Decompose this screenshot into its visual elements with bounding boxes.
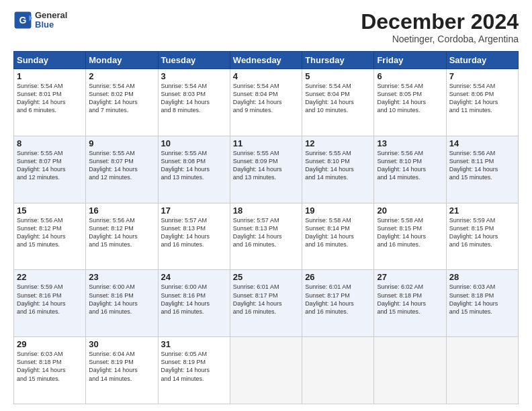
calendar-cell-day-9: 9Sunrise: 5:55 AM Sunset: 8:07 PM Daylig… [86,136,158,203]
header: G General Blue December 2024 Noetinger, … [13,11,519,44]
calendar-cell-day-30: 30Sunrise: 6:04 AM Sunset: 8:19 PM Dayli… [86,337,158,404]
calendar-cell-day-10: 10Sunrise: 5:55 AM Sunset: 8:08 PM Dayli… [158,136,230,203]
day-number: 31 [161,339,227,349]
day-info: Sunrise: 5:54 AM Sunset: 8:01 PM Dayligh… [17,82,83,115]
day-info: Sunrise: 6:01 AM Sunset: 8:17 PM Dayligh… [305,283,371,316]
day-info: Sunrise: 5:55 AM Sunset: 8:08 PM Dayligh… [161,149,227,182]
calendar-cell-day-22: 22Sunrise: 5:59 AM Sunset: 8:16 PM Dayli… [14,270,86,337]
calendar-week-5: 29Sunrise: 6:03 AM Sunset: 8:18 PM Dayli… [14,337,519,404]
day-info: Sunrise: 5:56 AM Sunset: 8:10 PM Dayligh… [377,149,443,182]
calendar-cell-empty [446,337,518,404]
day-number: 28 [449,272,515,282]
day-info: Sunrise: 5:54 AM Sunset: 8:02 PM Dayligh… [89,82,154,115]
calendar-header-tuesday: Tuesday [158,52,230,69]
calendar-week-4: 22Sunrise: 5:59 AM Sunset: 8:16 PM Dayli… [14,270,519,337]
calendar-cell-day-14: 14Sunrise: 5:56 AM Sunset: 8:11 PM Dayli… [446,136,518,203]
calendar-cell-day-23: 23Sunrise: 6:00 AM Sunset: 8:16 PM Dayli… [86,270,158,337]
calendar-cell-day-25: 25Sunrise: 6:01 AM Sunset: 8:17 PM Dayli… [230,270,302,337]
calendar-cell-day-11: 11Sunrise: 5:55 AM Sunset: 8:09 PM Dayli… [230,136,302,203]
day-number: 8 [17,138,83,148]
day-info: Sunrise: 6:01 AM Sunset: 8:17 PM Dayligh… [233,283,299,316]
calendar-cell-day-15: 15Sunrise: 5:56 AM Sunset: 8:12 PM Dayli… [14,203,86,270]
day-info: Sunrise: 5:56 AM Sunset: 8:12 PM Dayligh… [17,216,83,249]
calendar-header-wednesday: Wednesday [230,52,302,69]
calendar-cell-empty [374,337,446,404]
day-number: 9 [89,138,154,148]
calendar-cell-day-28: 28Sunrise: 6:03 AM Sunset: 8:18 PM Dayli… [446,270,518,337]
page: G General Blue December 2024 Noetinger, … [0,0,532,411]
calendar-header-sunday: Sunday [14,52,86,69]
day-number: 3 [161,71,227,81]
day-number: 24 [161,272,227,282]
day-info: Sunrise: 6:00 AM Sunset: 8:16 PM Dayligh… [161,283,227,316]
logo-general: General [35,11,67,20]
day-number: 18 [233,205,299,216]
day-info: Sunrise: 5:59 AM Sunset: 8:15 PM Dayligh… [449,216,515,249]
calendar-cell-day-24: 24Sunrise: 6:00 AM Sunset: 8:16 PM Dayli… [158,270,230,337]
calendar-cell-day-21: 21Sunrise: 5:59 AM Sunset: 8:15 PM Dayli… [446,203,518,270]
day-number: 19 [305,205,371,216]
day-info: Sunrise: 5:58 AM Sunset: 8:15 PM Dayligh… [377,216,443,249]
day-info: Sunrise: 5:54 AM Sunset: 8:04 PM Dayligh… [233,82,299,115]
day-number: 11 [233,138,299,148]
day-info: Sunrise: 6:05 AM Sunset: 8:19 PM Dayligh… [161,350,227,383]
calendar-cell-day-4: 4Sunrise: 5:54 AM Sunset: 8:04 PM Daylig… [230,69,302,136]
day-info: Sunrise: 5:57 AM Sunset: 8:13 PM Dayligh… [233,216,299,249]
day-info: Sunrise: 5:59 AM Sunset: 8:16 PM Dayligh… [17,283,83,316]
calendar-header-monday: Monday [86,52,158,69]
day-info: Sunrise: 5:58 AM Sunset: 8:14 PM Dayligh… [305,216,371,249]
calendar-cell-day-26: 26Sunrise: 6:01 AM Sunset: 8:17 PM Dayli… [302,270,374,337]
calendar-cell-day-1: 1Sunrise: 5:54 AM Sunset: 8:01 PM Daylig… [14,69,86,136]
day-number: 23 [89,272,154,282]
logo: G General Blue [13,11,67,30]
title-block: December 2024 Noetinger, Cordoba, Argent… [361,11,519,44]
day-number: 6 [377,71,443,81]
svg-text:G: G [19,15,27,26]
calendar-cell-day-7: 7Sunrise: 5:54 AM Sunset: 8:06 PM Daylig… [446,69,518,136]
day-info: Sunrise: 6:02 AM Sunset: 8:18 PM Dayligh… [377,283,443,316]
calendar-header-thursday: Thursday [302,52,374,69]
day-info: Sunrise: 5:55 AM Sunset: 8:10 PM Dayligh… [305,149,371,182]
calendar-cell-day-17: 17Sunrise: 5:57 AM Sunset: 8:13 PM Dayli… [158,203,230,270]
calendar-cell-empty [302,337,374,404]
calendar-cell-day-27: 27Sunrise: 6:02 AM Sunset: 8:18 PM Dayli… [374,270,446,337]
day-number: 10 [161,138,227,148]
calendar-table: SundayMondayTuesdayWednesdayThursdayFrid… [13,51,519,404]
calendar-cell-day-12: 12Sunrise: 5:55 AM Sunset: 8:10 PM Dayli… [302,136,374,203]
day-info: Sunrise: 6:03 AM Sunset: 8:18 PM Dayligh… [17,350,83,383]
day-number: 27 [377,272,443,282]
logo-text: General Blue [35,11,67,30]
day-number: 14 [449,138,515,148]
day-number: 13 [377,138,443,148]
calendar-cell-day-19: 19Sunrise: 5:58 AM Sunset: 8:14 PM Dayli… [302,203,374,270]
day-number: 5 [305,71,371,81]
day-number: 17 [161,205,227,216]
day-info: Sunrise: 5:55 AM Sunset: 8:07 PM Dayligh… [17,149,83,182]
calendar-cell-day-20: 20Sunrise: 5:58 AM Sunset: 8:15 PM Dayli… [374,203,446,270]
day-number: 1 [17,71,83,81]
day-info: Sunrise: 6:00 AM Sunset: 8:16 PM Dayligh… [89,283,154,316]
calendar-cell-day-5: 5Sunrise: 5:54 AM Sunset: 8:04 PM Daylig… [302,69,374,136]
day-info: Sunrise: 5:54 AM Sunset: 8:04 PM Dayligh… [305,82,371,115]
day-info: Sunrise: 5:57 AM Sunset: 8:13 PM Dayligh… [161,216,227,249]
calendar-cell-day-13: 13Sunrise: 5:56 AM Sunset: 8:10 PM Dayli… [374,136,446,203]
calendar-cell-day-3: 3Sunrise: 5:54 AM Sunset: 8:03 PM Daylig… [158,69,230,136]
calendar-cell-day-16: 16Sunrise: 5:56 AM Sunset: 8:12 PM Dayli… [86,203,158,270]
calendar-week-3: 15Sunrise: 5:56 AM Sunset: 8:12 PM Dayli… [14,203,519,270]
day-number: 15 [17,205,83,216]
day-number: 20 [377,205,443,216]
day-info: Sunrise: 5:54 AM Sunset: 8:06 PM Dayligh… [449,82,515,115]
day-number: 21 [449,205,515,216]
calendar-cell-day-18: 18Sunrise: 5:57 AM Sunset: 8:13 PM Dayli… [230,203,302,270]
day-number: 30 [89,339,154,349]
day-number: 16 [89,205,154,216]
day-info: Sunrise: 5:54 AM Sunset: 8:05 PM Dayligh… [377,82,443,115]
calendar-cell-empty [230,337,302,404]
calendar-header-friday: Friday [374,52,446,69]
day-info: Sunrise: 5:55 AM Sunset: 8:07 PM Dayligh… [89,149,154,182]
calendar-cell-day-6: 6Sunrise: 5:54 AM Sunset: 8:05 PM Daylig… [374,69,446,136]
day-number: 26 [305,272,371,282]
day-number: 2 [89,71,154,81]
day-info: Sunrise: 5:55 AM Sunset: 8:09 PM Dayligh… [233,149,299,182]
day-info: Sunrise: 5:56 AM Sunset: 8:12 PM Dayligh… [89,216,154,249]
